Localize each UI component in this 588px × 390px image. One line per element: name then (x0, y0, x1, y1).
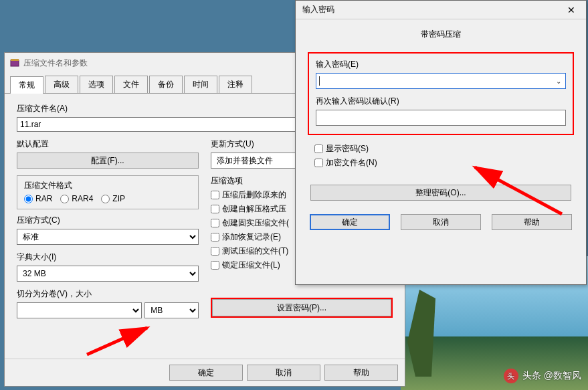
cancel-button[interactable]: 取消 (247, 365, 320, 381)
confirm-password-input[interactable] (316, 110, 566, 126)
split-unit-select[interactable]: MB (144, 302, 199, 318)
method-label: 压缩方式(C) (17, 215, 199, 226)
chevron-down-icon[interactable]: ⌄ (556, 78, 561, 85)
show-password-checkbox[interactable]: 显示密码(S) (314, 143, 567, 155)
manage-passwords-button[interactable]: 整理密码(O)... (310, 185, 571, 201)
tab-comment[interactable]: 注释 (219, 76, 252, 93)
enter-pwd-label: 输入密码(E) (316, 59, 566, 70)
pwd-cancel-button[interactable]: 取消 (401, 214, 481, 230)
default-profile-label: 默认配置 (17, 138, 199, 150)
pwd-help-button[interactable]: 帮助 (492, 214, 572, 230)
tab-advanced[interactable]: 高级 (45, 76, 78, 93)
format-fieldset: 压缩文件格式 RAR RAR4 ZIP (17, 175, 199, 209)
encrypt-names-checkbox[interactable]: 加密文件名(N) (314, 157, 567, 169)
tab-files[interactable]: 文件 (114, 76, 148, 93)
radio-rar[interactable]: RAR (24, 194, 52, 203)
radio-rar4[interactable]: RAR4 (60, 194, 93, 203)
caret-cursor (319, 76, 320, 86)
ok-button[interactable]: 确定 (169, 365, 243, 381)
dialog-buttons: 确定 取消 帮助 (5, 359, 405, 386)
pwd-title-text: 输入密码 (302, 4, 334, 15)
watermark: 头 头条 @数智风 (504, 369, 581, 383)
password-dialog: 输入密码 ✕ 带密码压缩 输入密码(E) ⌄ 再次输入密码以确认(R) 显示密码… (295, 0, 587, 285)
pwd-titlebar: 输入密码 ✕ (296, 1, 586, 19)
tab-backup[interactable]: 备份 (149, 76, 183, 93)
confirm-pwd-label: 再次输入密码以确认(R) (316, 96, 566, 107)
radio-zip[interactable]: ZIP (101, 194, 125, 203)
pwd-dialog-buttons: 确定 取消 帮助 (296, 210, 586, 237)
svg-rect-0 (11, 60, 19, 66)
dict-label: 字典大小(I) (17, 252, 199, 263)
dict-select[interactable]: 32 MB (17, 266, 199, 282)
pwd-highlight-box: 输入密码(E) ⌄ 再次输入密码以确认(R) (308, 52, 574, 135)
close-icon[interactable]: ✕ (563, 3, 579, 17)
profile-button[interactable]: 配置(F)... (17, 153, 199, 169)
watermark-text: 头条 @数智风 (522, 370, 581, 382)
split-size-select[interactable] (17, 302, 142, 318)
tab-general[interactable]: 常规 (10, 76, 43, 94)
watermark-logo-icon: 头 (504, 369, 518, 383)
svg-rect-1 (11, 59, 19, 61)
method-select[interactable]: 标准 (17, 229, 199, 245)
tab-time[interactable]: 时间 (184, 76, 217, 93)
pwd-ok-button[interactable]: 确定 (310, 214, 390, 230)
tab-options[interactable]: 选项 (80, 76, 113, 93)
set-password-button[interactable]: 设置密码(P)... (212, 299, 391, 316)
pwd-subtitle: 带密码压缩 (296, 19, 586, 45)
format-legend: 压缩文件格式 (24, 180, 191, 191)
split-label: 切分为分卷(V)，大小 (17, 288, 199, 300)
app-icon (10, 58, 19, 68)
password-input[interactable]: ⌄ (316, 73, 566, 89)
help-button[interactable]: 帮助 (324, 365, 398, 381)
dialog-title: 压缩文件名和参数 (23, 58, 88, 69)
